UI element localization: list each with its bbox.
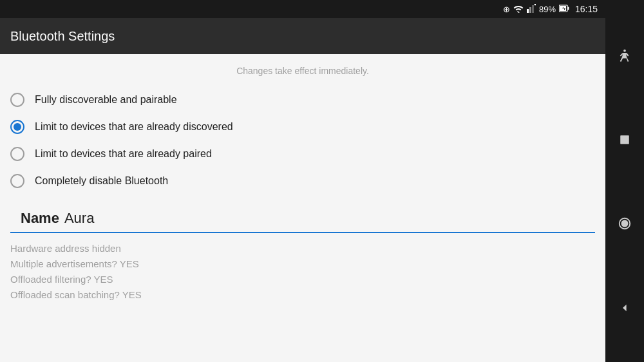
info-text: Changes take effect immediately. [0,54,605,86]
main-area: ⊕ 89% [0,0,605,362]
radio-label-disable-bluetooth: Completely disable Bluetooth [35,175,168,187]
content-area: Changes take effect immediately. Fully d… [0,54,605,362]
stop-icon[interactable] [619,134,630,146]
radio-circle-limit-discovered[interactable] [10,120,24,134]
radio-item-limit-paired[interactable]: Limit to devices that are already paired [10,140,595,167]
svg-point-11 [621,221,627,227]
svg-rect-6 [567,6,569,10]
wifi-icon [513,4,524,15]
svg-rect-1 [529,7,531,13]
signal-icon [527,4,536,15]
radio-label-limit-paired: Limit to devices that are already paired [35,148,212,160]
radio-circle-fully-discoverable[interactable] [10,93,24,107]
info-line-hardware: Hardware address hidden [10,241,595,256]
svg-rect-9 [620,135,629,144]
radio-item-limit-discovered[interactable]: Limit to devices that are already discov… [10,113,595,140]
svg-point-8 [623,50,626,52]
status-icons: ⊕ 89% [503,4,598,15]
back-icon[interactable] [619,302,630,314]
radio-label-fully-discoverable: Fully discoverable and pairable [35,94,177,106]
info-line-offloaded-filtering: Offloaded filtering? YES [10,272,595,287]
name-input[interactable] [64,210,585,227]
name-section: Name [10,200,595,233]
app-bar-title: Bluetooth Settings [10,29,115,44]
radio-circle-disable-bluetooth[interactable] [10,174,24,188]
status-bar: ⊕ 89% [0,0,605,18]
svg-rect-2 [532,5,534,13]
radio-label-limit-discovered: Limit to devices that are already discov… [35,121,233,133]
home-icon[interactable] [618,216,632,231]
name-label: Name [21,210,59,227]
battery-icon [559,5,569,14]
nav-sidebar [605,0,644,362]
radio-item-disable-bluetooth[interactable]: Completely disable Bluetooth [10,167,595,195]
svg-rect-0 [527,9,529,13]
accessibility-icon [618,48,632,62]
radio-group: Fully discoverable and pairable Limit to… [0,86,605,195]
radio-item-fully-discoverable[interactable]: Fully discoverable and pairable [10,86,595,113]
info-lines: Hardware address hidden Multiple adverti… [0,233,605,310]
info-line-multiple-adv: Multiple advertisements? YES [10,256,595,272]
radio-circle-limit-paired[interactable] [10,147,24,161]
app-bar: Bluetooth Settings [0,18,605,54]
sync-icon: ⊕ [503,5,510,14]
info-line-offloaded-scan: Offloaded scan batching? YES [10,287,595,303]
battery-percent: 89% [539,5,556,14]
status-time: 16:15 [575,4,598,14]
